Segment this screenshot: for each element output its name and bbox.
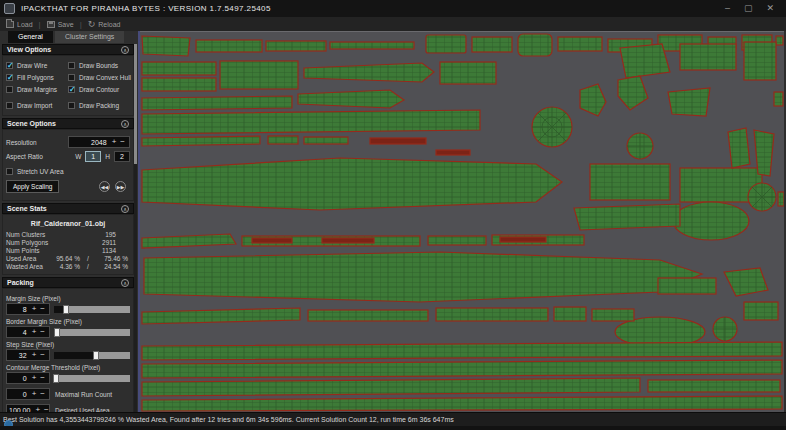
checkbox-icon[interactable] [68, 102, 75, 109]
stat-label: Num Points [6, 247, 100, 254]
scrollbar-thumb[interactable] [134, 44, 137, 164]
reload-button[interactable]: ↻ Reload [88, 19, 121, 29]
plus-icon[interactable]: + [30, 389, 39, 399]
contour-merge-threshold-label: Contour Merge Threshold (Pixel) [6, 364, 130, 371]
slider-handle[interactable] [63, 305, 69, 314]
checkbox-icon[interactable] [68, 62, 75, 69]
stat-separator: / [80, 255, 96, 262]
tab-cluster-settings[interactable]: Cluster Settings [55, 31, 124, 43]
uv-viewport[interactable] [140, 31, 784, 412]
stat-row-wasted-area: Wasted Area 4.36 % / 24.54 % [6, 262, 130, 270]
margin-size-label: Margin Size (Pixel) [6, 295, 130, 302]
status-bar: Best Solution has 4,3553443799246 % Wast… [0, 412, 786, 426]
uv-islands-layer [142, 34, 784, 411]
maximal-run-count-input[interactable]: 0 + − [6, 388, 50, 400]
aspect-w-label: W [75, 153, 81, 160]
plus-icon[interactable]: + [30, 373, 39, 383]
collapse-icon[interactable]: ∧ [121, 46, 129, 54]
panel-scrollbar[interactable] [134, 44, 137, 412]
minus-icon[interactable]: − [38, 350, 47, 360]
border-margin-size-input[interactable]: 4 + − [6, 326, 50, 338]
maximize-icon[interactable]: ▢ [744, 0, 753, 17]
contour-merge-threshold-value: 0 [9, 375, 30, 382]
folder-icon [6, 21, 14, 28]
resolution-input[interactable]: 2048 + − [68, 136, 130, 148]
stat-label: Used Area [6, 255, 46, 262]
plus-icon[interactable]: + [30, 350, 39, 360]
view-options-grid: Draw Wire Draw Bounds Fill Polygons Draw… [6, 59, 130, 111]
checkbox-icon[interactable] [6, 74, 13, 81]
stat-row-num-points: Num Points 1134 [6, 246, 130, 254]
plus-icon[interactable]: + [110, 137, 119, 147]
slider-handle[interactable] [93, 351, 99, 360]
checkbox-label: Draw Margins [17, 86, 57, 93]
margin-size-input[interactable]: 8 + − [6, 303, 50, 315]
checkbox-draw-margins[interactable]: Draw Margins [6, 84, 68, 94]
save-label: Save [58, 21, 74, 28]
collapse-icon[interactable]: ∧ [121, 120, 129, 128]
contour-merge-threshold-slider[interactable] [54, 375, 130, 382]
checkbox-icon[interactable] [6, 102, 13, 109]
application-window: IPACKTHAT FOR PIRANHA BYTES : VERSION 1.… [0, 0, 786, 430]
checkbox-label: Draw Convex Hull [79, 74, 131, 81]
prev-solution-button[interactable]: ◀◀ [99, 181, 110, 192]
margin-size-slider[interactable] [54, 306, 130, 313]
tab-general[interactable]: General [8, 31, 53, 43]
window-bottom-edge [0, 426, 786, 430]
viewport-canvas[interactable] [140, 32, 784, 413]
aspect-w-input[interactable]: 1 [85, 151, 101, 162]
minus-icon[interactable]: − [38, 389, 47, 399]
checkbox-stretch-uv-area[interactable]: Stretch UV Area [6, 166, 64, 176]
checkbox-draw-packing[interactable]: Draw Packing [68, 100, 130, 110]
stat-value: 2911 [100, 239, 130, 246]
maximal-run-count-value: 0 [9, 391, 30, 398]
margin-size-control: 8 + − [6, 303, 130, 315]
load-button[interactable]: Load [6, 21, 33, 28]
stat-label: Num Clusters [6, 231, 100, 238]
checkbox-label: Draw Packing [79, 102, 119, 109]
stat-label: Wasted Area [6, 263, 46, 270]
checkbox-icon[interactable] [6, 86, 13, 93]
packing-header[interactable]: Packing ∧ [2, 277, 134, 288]
checkbox-draw-contour[interactable]: Draw Contour [68, 84, 130, 94]
checkbox-label: Draw Contour [79, 86, 119, 93]
collapse-icon[interactable]: ∧ [121, 279, 129, 287]
checkbox-icon[interactable] [68, 74, 75, 81]
minus-icon[interactable]: − [38, 327, 47, 337]
packing-title: Packing [7, 279, 121, 286]
slider-handle[interactable] [54, 328, 60, 337]
stat-row-num-polygons: Num Polygons 2911 [6, 238, 130, 246]
step-size-slider[interactable] [54, 352, 130, 359]
checkbox-draw-convex-hull[interactable]: Draw Convex Hull [68, 72, 130, 82]
checkbox-icon[interactable] [6, 168, 13, 175]
checkbox-fill-polygons[interactable]: Fill Polygons [6, 72, 68, 82]
border-margin-size-slider[interactable] [54, 329, 130, 336]
next-solution-button[interactable]: ▶▶ [115, 181, 126, 192]
plus-icon[interactable]: + [30, 327, 39, 337]
stat-value: 4.36 % [46, 263, 80, 270]
minus-icon[interactable]: − [118, 137, 127, 147]
checkbox-icon[interactable] [68, 86, 75, 93]
collapse-icon[interactable]: ∧ [121, 205, 129, 213]
scene-stats-title: Scene Stats [7, 205, 121, 212]
slider-handle[interactable] [53, 374, 59, 383]
checkbox-draw-bounds[interactable]: Draw Bounds [68, 60, 130, 70]
aspect-h-label: H [105, 153, 110, 160]
view-options-header[interactable]: View Options ∧ [2, 44, 134, 55]
minus-icon[interactable]: − [38, 304, 47, 314]
checkbox-draw-import[interactable]: Draw Import [6, 100, 68, 110]
apply-scaling-button[interactable]: Apply Scaling [6, 180, 59, 193]
save-button[interactable]: Save [47, 21, 74, 28]
minus-icon[interactable]: − [38, 373, 47, 383]
plus-icon[interactable]: + [30, 304, 39, 314]
contour-merge-threshold-input[interactable]: 0 + − [6, 372, 50, 384]
close-icon[interactable]: ✕ [766, 0, 774, 17]
aspect-h-input[interactable]: 2 [114, 151, 130, 162]
checkbox-draw-wire[interactable]: Draw Wire [6, 60, 68, 70]
resolution-label: Resolution [6, 139, 68, 146]
minimize-icon[interactable]: – [725, 0, 730, 17]
step-size-input[interactable]: 32 + − [6, 349, 50, 361]
scene-options-header[interactable]: Scene Options ∧ [2, 118, 134, 129]
checkbox-icon[interactable] [6, 62, 13, 69]
scene-stats-header[interactable]: Scene Stats ∧ [2, 203, 134, 214]
